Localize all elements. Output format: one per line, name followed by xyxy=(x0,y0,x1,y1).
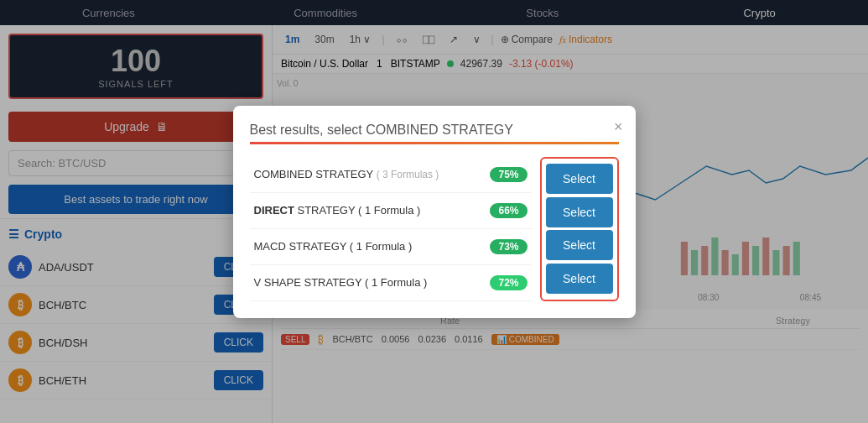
modal-title: Best results, select COMBINED STRATEGY xyxy=(250,123,619,138)
strategy-row-macd: MACD STRATEGY ( 1 Formula ) 73% xyxy=(250,229,532,265)
select-macd-button[interactable]: Select xyxy=(546,230,613,260)
select-vshape-button[interactable]: Select xyxy=(546,264,613,294)
direct-percent-badge: 66% xyxy=(490,203,527,218)
select-combined-button[interactable]: Select xyxy=(546,164,613,194)
select-buttons-group: Select Select Select Select xyxy=(540,157,619,301)
combined-percent-badge: 75% xyxy=(490,167,527,182)
select-direct-button[interactable]: Select xyxy=(546,197,613,227)
strategy-name-vshape: V SHAPE STRATEGY ( 1 Formula ) xyxy=(254,276,482,289)
strategy-name-direct: DIRECT STRATEGY ( 1 Formula ) xyxy=(254,204,482,217)
strategy-name-macd: MACD STRATEGY ( 1 Formula ) xyxy=(254,240,482,253)
strategy-modal: Best results, select COMBINED STRATEGY ×… xyxy=(233,106,636,318)
vshape-percent-badge: 72% xyxy=(490,275,527,290)
modal-overlay: Best results, select COMBINED STRATEGY ×… xyxy=(0,0,868,423)
modal-underline xyxy=(250,142,619,144)
strategy-name-combined: COMBINED STRATEGY ( 3 Formulas ) xyxy=(254,168,482,180)
strategy-row-direct: DIRECT STRATEGY ( 1 Formula ) 66% xyxy=(250,193,532,229)
strategy-row-vshape: V SHAPE STRATEGY ( 1 Formula ) 72% xyxy=(250,265,532,301)
strategy-row-combined: COMBINED STRATEGY ( 3 Formulas ) 75% xyxy=(250,157,532,193)
modal-close-button[interactable]: × xyxy=(614,118,623,136)
strategy-list: COMBINED STRATEGY ( 3 Formulas ) 75% DIR… xyxy=(250,157,532,301)
macd-percent-badge: 73% xyxy=(490,239,527,254)
strategy-content: COMBINED STRATEGY ( 3 Formulas ) 75% DIR… xyxy=(250,157,619,301)
